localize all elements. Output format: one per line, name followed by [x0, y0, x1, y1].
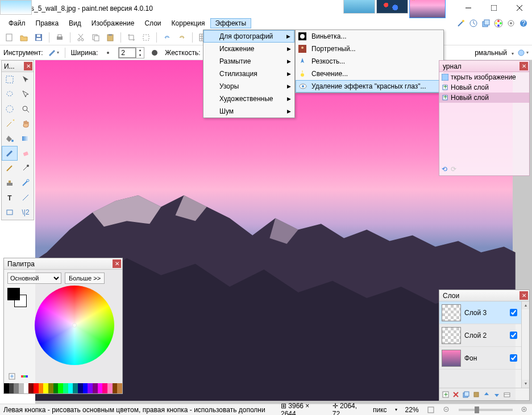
palette-color-cell[interactable]: [117, 383, 122, 393]
layer-down-icon[interactable]: [493, 391, 501, 399]
palette-color-cell[interactable]: [102, 383, 107, 393]
color-wheel[interactable]: [35, 286, 114, 365]
menu-item-redeye[interactable]: Удаление эффекта "красных глаз"...: [296, 80, 443, 93]
palette-color-cell[interactable]: [93, 383, 98, 393]
layer-row[interactable]: Фон: [439, 347, 521, 370]
tool-fill[interactable]: [2, 131, 18, 146]
tool-shapes[interactable]: \|2: [18, 205, 34, 220]
menu-view[interactable]: Вид: [64, 18, 86, 28]
close-icon[interactable]: ✕: [24, 62, 32, 70]
tool-picker[interactable]: [48, 47, 59, 58]
overwrite-icon[interactable]: [517, 47, 529, 58]
width-spin-down[interactable]: ▾: [136, 53, 144, 58]
zoom-out-icon[interactable]: [443, 406, 451, 414]
doc-thumb[interactable]: [0, 0, 32, 15]
save-icon[interactable]: [33, 32, 44, 43]
palette-color-cell[interactable]: [68, 383, 73, 393]
layer-row[interactable]: Слой 2: [439, 324, 521, 347]
palette-swatches[interactable]: [7, 288, 20, 300]
foreground-swatch[interactable]: [7, 288, 20, 300]
layer-visible-checkbox[interactable]: [510, 332, 517, 339]
width-input[interactable]: [119, 48, 136, 58]
tool-brush[interactable]: [2, 146, 18, 161]
palette-color-cell[interactable]: [34, 383, 39, 393]
blend-mode-label[interactable]: рмальный: [475, 49, 507, 57]
zoom-slider[interactable]: [459, 409, 513, 411]
layers-scrollbar[interactable]: ▴▾: [521, 301, 529, 388]
close-icon[interactable]: ✕: [519, 291, 528, 300]
menu-item-blur[interactable]: Размытие▶: [203, 55, 294, 68]
palette-color-cell[interactable]: [107, 383, 113, 393]
settings-icon[interactable]: [506, 18, 516, 28]
menu-item-photo[interactable]: Для фотографий▶: [203, 30, 294, 43]
width-increase-icon[interactable]: [149, 47, 160, 58]
tool-line[interactable]: [18, 190, 34, 205]
tool-picker[interactable]: [18, 161, 34, 175]
layer-row[interactable]: Слой 3: [439, 301, 521, 324]
layers-icon[interactable]: [481, 18, 491, 28]
print-icon[interactable]: [54, 32, 65, 43]
crop-icon[interactable]: [126, 32, 137, 43]
tool-rect[interactable]: [2, 205, 18, 220]
menu-item-stylize[interactable]: Стилизация▶: [203, 68, 294, 80]
tool-recolor[interactable]: [18, 175, 34, 190]
tool-move[interactable]: [18, 87, 34, 102]
tool-pan[interactable]: [18, 116, 34, 131]
paste-icon[interactable]: [105, 32, 116, 43]
tool-zoom[interactable]: [18, 102, 34, 116]
menu-item-glow[interactable]: Свечение...: [296, 68, 443, 80]
palette-color-cell[interactable]: [24, 383, 29, 393]
close-button[interactable]: [506, 0, 532, 16]
add-color-icon[interactable]: +: [7, 372, 16, 381]
width-decrease-icon[interactable]: [102, 47, 114, 58]
palette-color-cell[interactable]: [14, 383, 19, 393]
palette-color-cell[interactable]: [4, 383, 9, 393]
tool-pencil[interactable]: [2, 161, 18, 175]
close-icon[interactable]: ✕: [113, 259, 121, 268]
tool-clone[interactable]: [2, 175, 18, 190]
menu-edit[interactable]: Правка: [31, 18, 64, 28]
palette-color-cell[interactable]: [28, 383, 34, 393]
menu-item-noise[interactable]: Шум▶: [203, 105, 294, 118]
tool-text[interactable]: T: [2, 190, 18, 205]
palette-color-cell[interactable]: [9, 383, 14, 393]
cut-icon[interactable]: [75, 32, 86, 43]
tool-gradient[interactable]: [18, 131, 34, 146]
palette-manage-icon[interactable]: [20, 372, 29, 381]
tool-ellipse-sel[interactable]: [2, 102, 18, 116]
copy-icon[interactable]: [90, 32, 101, 43]
history-item[interactable]: +Новый слой: [439, 82, 529, 93]
menu-item-sharpen[interactable]: Резкость...: [296, 55, 443, 68]
menu-item-patterns[interactable]: Узоры▶: [203, 80, 294, 93]
doc-thumb[interactable]: [376, 0, 408, 14]
palette-color-cell[interactable]: [83, 383, 88, 393]
palette-more-button[interactable]: Больше >>: [65, 273, 105, 284]
layer-props-icon[interactable]: [503, 391, 511, 399]
redo-icon[interactable]: [176, 32, 188, 43]
history-icon[interactable]: [468, 18, 479, 28]
layer-visible-checkbox[interactable]: [510, 309, 517, 316]
deselect-icon[interactable]: [140, 32, 152, 43]
toolbox-header[interactable]: И... ✕: [2, 61, 34, 72]
new-icon[interactable]: [3, 32, 15, 43]
help-icon[interactable]: ?: [518, 18, 529, 28]
palette-color-cell[interactable]: [43, 383, 48, 393]
menu-image[interactable]: Изображение: [86, 18, 140, 28]
tool-magic-wand[interactable]: ✦: [2, 116, 18, 131]
tool-lasso[interactable]: [2, 87, 18, 102]
blend-mode-caret[interactable]: [510, 49, 514, 57]
tool-eraser[interactable]: [18, 146, 34, 161]
minimize-button[interactable]: [455, 0, 481, 16]
history-item[interactable]: ткрыть изображение: [439, 72, 529, 82]
menu-item-artistic[interactable]: Художественные▶: [203, 93, 294, 105]
tool-rect-select[interactable]: [2, 72, 18, 87]
menu-layers[interactable]: Слои: [139, 18, 166, 28]
menu-effects[interactable]: Эффекты: [210, 18, 252, 28]
palette-color-cell[interactable]: [63, 383, 68, 393]
layers-header[interactable]: Слои ✕: [439, 290, 529, 301]
colors-icon[interactable]: [493, 18, 504, 28]
tool-wand-icon[interactable]: [456, 18, 466, 28]
zoom-slider-thumb[interactable]: [475, 406, 479, 413]
palette-header[interactable]: Палитра ✕: [4, 258, 122, 270]
palette-color-cell[interactable]: [58, 383, 63, 393]
